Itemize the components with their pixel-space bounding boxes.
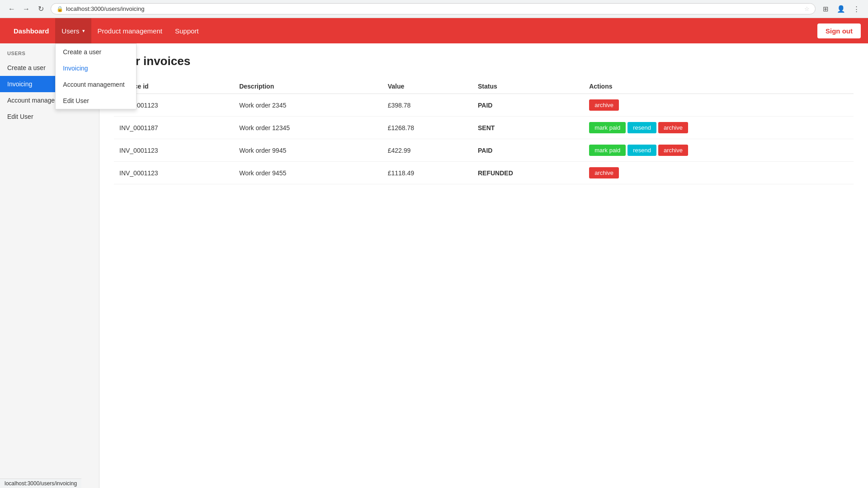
cell-status: PAID xyxy=(472,139,584,162)
cell-actions: mark paidresendarchive xyxy=(584,139,854,162)
cell-status: PAID xyxy=(472,94,584,117)
cell-status: SENT xyxy=(472,117,584,139)
back-button[interactable]: ← xyxy=(5,3,18,15)
address-bar[interactable]: 🔒 localhost:3000/users/invoicing ☆ xyxy=(51,3,816,14)
cell-actions: mark paidresendarchive xyxy=(584,117,854,139)
col-status: Status xyxy=(472,79,584,94)
table-row: INV_0001187Work order 12345£1268.78SENTm… xyxy=(114,117,854,139)
browser-nav-buttons: ← → ↻ xyxy=(5,3,47,15)
navbar: Dashboard Users ▾ Create a user Invoicin… xyxy=(0,18,868,43)
col-description: Description xyxy=(234,79,382,94)
cell-description: Work order 12345 xyxy=(234,117,382,139)
resend-button[interactable]: resend xyxy=(627,122,656,133)
sign-out-button[interactable]: Sign out xyxy=(817,23,861,38)
table-row: INV_0001123Work order 9455£1118.49REFUND… xyxy=(114,162,854,184)
nav-support[interactable]: Support xyxy=(169,18,205,43)
sidebar-item-edit-user[interactable]: Edit User xyxy=(0,108,99,125)
dropdown-invoicing[interactable]: Invoicing xyxy=(56,60,136,76)
users-dropdown-menu: Create a user Invoicing Account manageme… xyxy=(55,43,137,109)
invoice-table: Invoice id Description Value Status Acti… xyxy=(114,79,854,184)
cell-description: Work order 9455 xyxy=(234,162,382,184)
dropdown-create-user[interactable]: Create a user xyxy=(56,44,136,60)
archive-button[interactable]: archive xyxy=(589,167,619,178)
cell-invoice-id: INV_0001187 xyxy=(114,117,234,139)
cell-description: Work order 2345 xyxy=(234,94,382,117)
statusbar: localhost:3000/users/invoicing xyxy=(0,479,81,488)
content-area: User invoices Invoice id Description Val… xyxy=(99,43,868,488)
chevron-down-icon: ▾ xyxy=(82,28,85,34)
browser-chrome: ← → ↻ 🔒 localhost:3000/users/invoicing ☆… xyxy=(0,0,868,18)
extensions-button[interactable]: ⊞ xyxy=(819,3,832,15)
dropdown-edit-user[interactable]: Edit User xyxy=(56,93,136,109)
cell-value: £422.99 xyxy=(382,139,472,162)
cell-value: £1268.78 xyxy=(382,117,472,139)
cell-invoice-id: INV_0001123 xyxy=(114,139,234,162)
nav-users[interactable]: Users ▾ xyxy=(55,18,91,43)
cell-actions: archive xyxy=(584,94,854,117)
mark-paid-button[interactable]: mark paid xyxy=(589,122,626,133)
browser-actions: ⊞ 👤 ⋮ xyxy=(819,3,863,15)
cell-invoice-id: INV_0001123 xyxy=(114,162,234,184)
nav-brand[interactable]: Dashboard xyxy=(7,18,55,43)
table-row: INV_0001123Work order 2345£398.78PAIDarc… xyxy=(114,94,854,117)
lock-icon: 🔒 xyxy=(57,6,63,12)
page-title: User invoices xyxy=(114,54,854,68)
cell-value: £1118.49 xyxy=(382,162,472,184)
users-nav-dropdown-container: Users ▾ Create a user Invoicing Account … xyxy=(55,18,91,43)
table-header-row: Invoice id Description Value Status Acti… xyxy=(114,79,854,94)
cell-status: REFUNDED xyxy=(472,162,584,184)
col-actions: Actions xyxy=(584,79,854,94)
archive-button[interactable]: archive xyxy=(658,122,688,133)
nav-product-management[interactable]: Product management xyxy=(91,18,169,43)
menu-button[interactable]: ⋮ xyxy=(850,3,863,15)
table-row: INV_0001123Work order 9945£422.99PAIDmar… xyxy=(114,139,854,162)
sidebar: USERS Create a user Invoicing Account ma… xyxy=(0,43,99,488)
profile-button[interactable]: 👤 xyxy=(835,3,847,15)
reload-button[interactable]: ↻ xyxy=(34,3,47,15)
forward-button[interactable]: → xyxy=(20,3,33,15)
cell-value: £398.78 xyxy=(382,94,472,117)
cell-description: Work order 9945 xyxy=(234,139,382,162)
url-text: localhost:3000/users/invoicing xyxy=(66,5,144,12)
cell-actions: archive xyxy=(584,162,854,184)
mark-paid-button[interactable]: mark paid xyxy=(589,145,626,156)
dropdown-account-management[interactable]: Account management xyxy=(56,76,136,93)
col-value: Value xyxy=(382,79,472,94)
resend-button[interactable]: resend xyxy=(627,145,656,156)
statusbar-url: localhost:3000/users/invoicing xyxy=(5,480,77,487)
archive-button[interactable]: archive xyxy=(658,145,688,156)
archive-button[interactable]: archive xyxy=(589,99,619,111)
main-layout: USERS Create a user Invoicing Account ma… xyxy=(0,43,868,488)
